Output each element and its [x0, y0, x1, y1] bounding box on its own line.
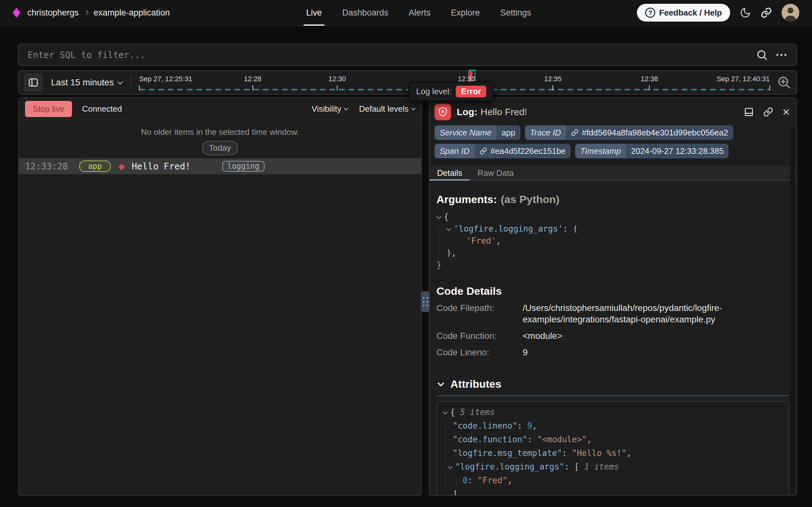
code-line: { [436, 211, 789, 223]
copy-link-button[interactable] [763, 107, 773, 117]
nav-right: ? Feedback / Help [637, 4, 799, 21]
link-icon [571, 129, 578, 136]
feedback-help-label: Feedback / Help [659, 8, 722, 18]
dock-bottom-button[interactable] [744, 107, 754, 117]
sidebar-toggle-button[interactable] [24, 73, 43, 92]
stop-live-button[interactable]: Stop live [25, 101, 72, 117]
feedback-help-button[interactable]: ? Feedback / Help [637, 4, 730, 21]
arguments-code: { 'logfire.logging_args': ( 'Fred', ),} [436, 211, 789, 271]
detail-row-label: Code Filepath: [436, 302, 523, 325]
log-level-error-badge: Error [456, 86, 486, 97]
panel-resize-handle[interactable] [421, 291, 430, 312]
chevron-down-icon [411, 106, 416, 110]
code-details-rows: Code Filepath:/Users/christophersamiulla… [436, 302, 789, 358]
arguments-heading-label: Arguments: [436, 193, 497, 205]
badge-label: Span ID [435, 144, 475, 158]
tick-label: Sep 27, 12:25:31 [139, 75, 193, 83]
arguments-heading: Arguments:(as Python) [436, 193, 789, 206]
visibility-dropdown[interactable]: Visibility [311, 104, 347, 114]
time-range-dropdown[interactable]: Last 15 minutes [51, 77, 122, 88]
code-line: "code.function": "<module>", [443, 433, 783, 446]
visibility-label: Visibility [311, 104, 341, 114]
logfire-logo-icon[interactable] [13, 8, 20, 18]
close-button[interactable]: ✕ [782, 107, 790, 118]
badge-service-name: Service Nameapp [435, 125, 520, 140]
attributes-divider [436, 395, 789, 396]
badge-label: Service Name [435, 125, 496, 140]
panel-bottom-icon [744, 107, 754, 117]
error-diamond-icon: ◆ [118, 162, 125, 171]
nav-tab-live[interactable]: Live [306, 0, 322, 26]
theme-toggle-button[interactable] [740, 7, 751, 18]
code-details-section: Code Details Code Filepath:/Users/christ… [436, 285, 789, 358]
log-message: Hello Fred! [132, 161, 190, 172]
default-levels-dropdown[interactable]: Default levels [359, 104, 415, 114]
more-options-button[interactable]: ••• [776, 51, 788, 59]
nav-tab-explore[interactable]: Explore [451, 0, 480, 26]
zoom-in-icon [777, 75, 791, 90]
detail-row-label: Code Lineno: [436, 347, 523, 358]
scrollbar-track[interactable] [790, 127, 795, 493]
tick-label: 12:28 [244, 75, 261, 83]
nav-tab-settings[interactable]: Settings [500, 0, 531, 26]
log-row[interactable]: 12:33:28 app ◆ Hello Fred! logging [19, 158, 421, 174]
breadcrumb-project[interactable]: example-application [93, 8, 170, 18]
log-detail-panel: Log:Hello Fred! ✕ Service NameappTrace I… [429, 97, 797, 496]
tick-label: 12:30 [328, 75, 346, 83]
divider [130, 75, 131, 90]
today-button[interactable]: Today [202, 141, 238, 155]
attributes-code: { 5 items "code.lineno": 9, "code.functi… [443, 405, 783, 496]
collapse-chevron-icon[interactable] [436, 380, 445, 389]
empty-state-message: No older items in the selected time wind… [19, 127, 421, 137]
breadcrumb-chevron-icon [84, 10, 89, 15]
detail-title: Log:Hello Fred! [457, 107, 527, 117]
chevron-down-icon [117, 79, 123, 84]
collapse-chevron-icon[interactable] [436, 214, 442, 219]
tick-label: 12:38 [641, 75, 658, 83]
tab-raw-data[interactable]: Raw Data [470, 166, 521, 180]
collapse-chevron-icon[interactable] [443, 410, 448, 415]
tick-label: 12:35 [544, 75, 561, 83]
attributes-header[interactable]: Attributes [436, 378, 789, 390]
badge-span-id[interactable]: Span ID#ea4d5f226ec151be [435, 144, 571, 158]
code-line: { 5 items [443, 405, 783, 419]
search-button[interactable] [756, 49, 768, 61]
link-icon [761, 7, 772, 18]
error-shield-icon [435, 104, 451, 120]
code-line: 'Fred', [436, 235, 789, 247]
code-line: ), [436, 247, 789, 259]
badge-trace-id[interactable]: Trace ID#fdd5694a8fa98eb4e301d99ebc056ea… [525, 125, 733, 140]
link-icon [763, 107, 773, 117]
detail-content: Arguments:(as Python) { 'logfire.logging… [430, 180, 797, 496]
code-detail-row-code-function-: Code Function:<module> [436, 330, 789, 342]
sql-filter-input[interactable] [27, 50, 756, 61]
attributes-heading: Attributes [450, 378, 501, 390]
nav-tab-alerts[interactable]: Alerts [409, 0, 430, 26]
badge-value: 2024-09-27 12:33:28.385 [631, 146, 724, 156]
badge-value: app [501, 128, 515, 138]
code-detail-row-code-lineno-: Code Lineno:9 [436, 347, 789, 358]
search-icon [756, 49, 768, 61]
share-link-button[interactable] [761, 7, 772, 18]
time-range-bar: Last 15 minutes Sep 27, 12:25:3112:2812:… [18, 70, 797, 95]
zoom-in-button[interactable] [777, 75, 791, 90]
tab-details[interactable]: Details [430, 166, 470, 180]
detail-row-value: 9 [523, 347, 528, 358]
service-tag-app[interactable]: app [79, 161, 111, 172]
empty-state: No older items in the selected time wind… [19, 120, 421, 158]
collapse-chevron-icon[interactable] [447, 464, 453, 469]
badges: Service NameappTrace ID#fdd5694a8fa98eb4… [430, 123, 797, 162]
person-silhouette-icon [782, 4, 799, 21]
scope-tag-logging[interactable]: logging [222, 161, 264, 172]
collapse-chevron-icon[interactable] [446, 226, 451, 231]
breadcrumb-org[interactable]: christophergs [27, 8, 79, 18]
nav-tab-dashboards[interactable]: Dashboards [342, 0, 388, 26]
code-line: 0: "Fred", [443, 474, 783, 487]
badge-timestamp: Timestamp2024-09-27 12:33:28.385 [575, 144, 729, 158]
detail-row-label: Code Function: [436, 330, 523, 342]
code-line: "logfire.logging_args": [ 1 items [443, 460, 783, 474]
time-range-label: Last 15 minutes [51, 77, 114, 88]
badge-label: Timestamp [575, 144, 626, 158]
log-level-tooltip: Log level: Error [409, 82, 494, 101]
user-avatar[interactable] [782, 4, 799, 21]
